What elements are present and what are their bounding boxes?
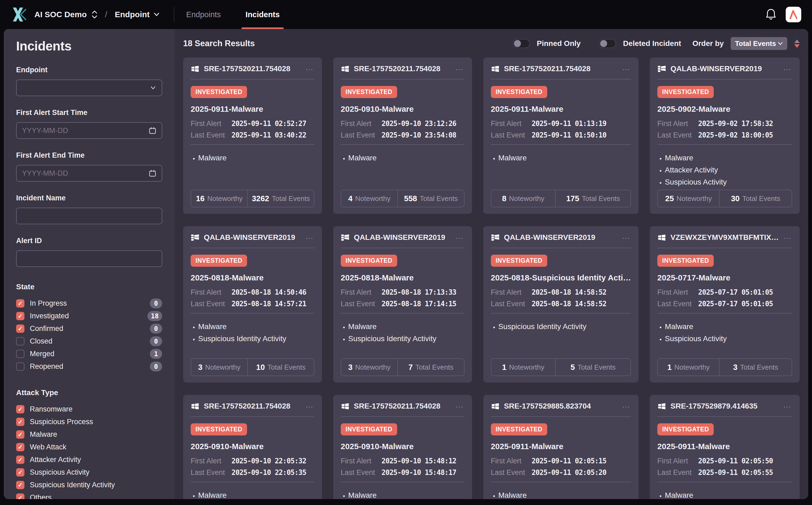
incident-title[interactable]: 2025-0717-Malware	[657, 273, 792, 282]
checkbox-icon[interactable]	[16, 405, 24, 413]
incident-title[interactable]: 2025-0910-Malware	[191, 442, 315, 451]
checkbox-icon[interactable]	[16, 325, 24, 333]
card-times: First Alert 2025-08-18 14:58:52 Last Eve…	[491, 288, 631, 308]
attack-type-filter-option[interactable]: Suspicious Activity	[16, 466, 162, 479]
card-menu-button[interactable]: …	[622, 63, 631, 74]
card-divider	[491, 79, 631, 79]
attack-type-filter-option[interactable]: Ransomware	[16, 403, 162, 415]
incident-card[interactable]: SRE-1757529885.823704 … INVESTIGATED 202…	[483, 395, 638, 499]
incident-title[interactable]: 2025-0911-Malware	[491, 105, 631, 114]
incident-card[interactable]: QALAB-WINSERVER2019 … INVESTIGATED 2025-…	[183, 226, 322, 382]
state-filter-option[interactable]: Reopened 0	[16, 360, 162, 373]
attack-type-option-label: Suspicious Activity	[30, 468, 89, 477]
sort-direction-button[interactable]	[794, 39, 800, 48]
incident-card[interactable]: QALAB-WINSERVER2019 … INVESTIGATED 2025-…	[650, 57, 800, 214]
notifications-bell-icon[interactable]	[765, 8, 777, 21]
checkbox-icon[interactable]	[16, 456, 24, 464]
card-menu-button[interactable]: …	[455, 63, 464, 74]
attack-type-list: MalwareSuspicious Identity Activity	[341, 320, 464, 345]
attack-type-filter-option[interactable]: Attacker Activity	[16, 454, 162, 466]
card-menu-button[interactable]: …	[305, 401, 315, 411]
card-menu-button[interactable]: …	[455, 232, 464, 243]
host-os-icon	[341, 64, 350, 73]
incident-card[interactable]: VZEWXZEYMV9XMTBFMTIX… … INVESTIGATED 202…	[650, 226, 800, 382]
checkbox-icon[interactable]	[16, 468, 24, 477]
card-menu-button[interactable]: …	[783, 63, 792, 74]
card-menu-button[interactable]: …	[305, 232, 315, 243]
card-menu-button[interactable]: …	[622, 401, 631, 411]
incident-name-label: Incident Name	[16, 194, 162, 202]
attack-type-filter-option[interactable]: Suspicious Process	[16, 415, 162, 428]
incident-title[interactable]: 2025-0818-Suspicious Identity Acti…	[491, 273, 631, 282]
incident-card[interactable]: SRE-1757520211.754028 … INVESTIGATED 202…	[183, 57, 322, 214]
checkbox-icon[interactable]	[16, 493, 24, 499]
project-name[interactable]: AI SOC Demo	[34, 10, 87, 19]
card-menu-button[interactable]: …	[622, 232, 631, 243]
card-menu-button[interactable]: …	[783, 401, 792, 411]
incident-card[interactable]: SRE-1757529879.414635 … INVESTIGATED 202…	[650, 395, 800, 499]
incident-title[interactable]: 2025-0911-Malware	[191, 105, 315, 114]
alert-id-input[interactable]	[22, 255, 156, 263]
first-alert-label: First Alert	[191, 120, 231, 128]
incident-title[interactable]: 2025-0818-Malware	[341, 273, 464, 282]
status-badge: INVESTIGATED	[657, 255, 714, 267]
incident-title[interactable]: 2025-0911-Malware	[491, 442, 631, 451]
incident-name-field	[16, 208, 162, 224]
state-count-badge: 0	[150, 336, 162, 346]
state-filter-option[interactable]: Merged 1	[16, 348, 162, 360]
card-menu-button[interactable]: …	[305, 63, 315, 74]
checkbox-icon[interactable]	[16, 430, 24, 439]
incident-title[interactable]: 2025-0910-Malware	[341, 105, 464, 114]
incident-title[interactable]: 2025-0818-Malware	[191, 273, 315, 282]
pinned-only-toggle[interactable]	[513, 39, 530, 48]
incident-title[interactable]: 2025-0902-Malware	[657, 105, 792, 114]
incident-card[interactable]: SRE-1757520211.754028 … INVESTIGATED 202…	[483, 57, 638, 214]
top-tab[interactable]: Incidents	[245, 0, 279, 29]
checkbox-icon[interactable]	[16, 299, 24, 308]
deleted-incident-toggle[interactable]	[599, 39, 616, 48]
calendar-icon[interactable]	[149, 127, 156, 134]
endpoint-select[interactable]	[16, 79, 162, 96]
attack-type-filter-option[interactable]: Suspicious Identity Activity	[16, 479, 162, 491]
incident-title[interactable]: 2025-0911-Malware	[657, 442, 792, 451]
state-filter-option[interactable]: Closed 0	[16, 335, 162, 348]
incident-card[interactable]: SRE-1757520211.754028 … INVESTIGATED 202…	[333, 57, 472, 214]
incident-card[interactable]: SRE-1757520211.754028 … INVESTIGATED 202…	[183, 395, 322, 499]
state-filter-option[interactable]: Confirmed 0	[16, 322, 162, 335]
project-switcher-icon[interactable]	[91, 10, 97, 19]
app-logo[interactable]	[786, 7, 801, 22]
attack-type-list: Malware	[491, 152, 631, 164]
checkbox-icon[interactable]	[16, 443, 24, 451]
checkbox-icon[interactable]	[16, 337, 24, 345]
order-by-dropdown[interactable]: Total Events	[731, 37, 787, 50]
calendar-icon[interactable]	[149, 169, 156, 177]
state-filter-option[interactable]: Investigated 18	[16, 310, 162, 322]
checkbox-icon[interactable]	[16, 418, 24, 426]
section-name[interactable]: Endpoint	[115, 10, 150, 19]
incident-card[interactable]: QALAB-WINSERVER2019 … INVESTIGATED 2025-…	[333, 226, 472, 382]
status-badge: INVESTIGATED	[191, 424, 247, 436]
incident-name-input[interactable]	[22, 212, 156, 220]
incident-title[interactable]: 2025-0910-Malware	[341, 442, 464, 451]
checkbox-icon[interactable]	[16, 481, 24, 489]
first-alert-start-input[interactable]	[22, 127, 149, 135]
card-header: QALAB-WINSERVER2019 …	[341, 232, 464, 243]
card-header: SRE-1757529879.414635 …	[657, 401, 792, 411]
attack-type-filter-option[interactable]: Malware	[16, 428, 162, 441]
attack-type-item: Suspicious Activity	[665, 333, 792, 345]
checkbox-icon[interactable]	[16, 350, 24, 358]
card-times: First Alert 2025-08-18 14:50:46 Last Eve…	[191, 288, 315, 308]
attack-type-filter-option[interactable]: Others	[16, 491, 162, 499]
card-menu-button[interactable]: …	[783, 232, 792, 243]
attack-type-option-label: Suspicious Process	[30, 418, 93, 426]
first-alert-end-input[interactable]	[22, 169, 149, 178]
incident-card[interactable]: QALAB-WINSERVER2019 … INVESTIGATED 2025-…	[483, 226, 638, 382]
state-filter-option[interactable]: In Progress 0	[16, 297, 162, 310]
card-menu-button[interactable]: …	[455, 401, 464, 411]
checkbox-icon[interactable]	[16, 312, 24, 320]
checkbox-icon[interactable]	[16, 362, 24, 371]
incident-card[interactable]: SRE-1757520211.754028 … INVESTIGATED 202…	[333, 395, 472, 499]
attack-type-filter-option[interactable]: Web Attack	[16, 441, 162, 454]
brand-logo-icon[interactable]	[11, 6, 28, 23]
top-tab[interactable]: Endpoints	[186, 0, 221, 29]
